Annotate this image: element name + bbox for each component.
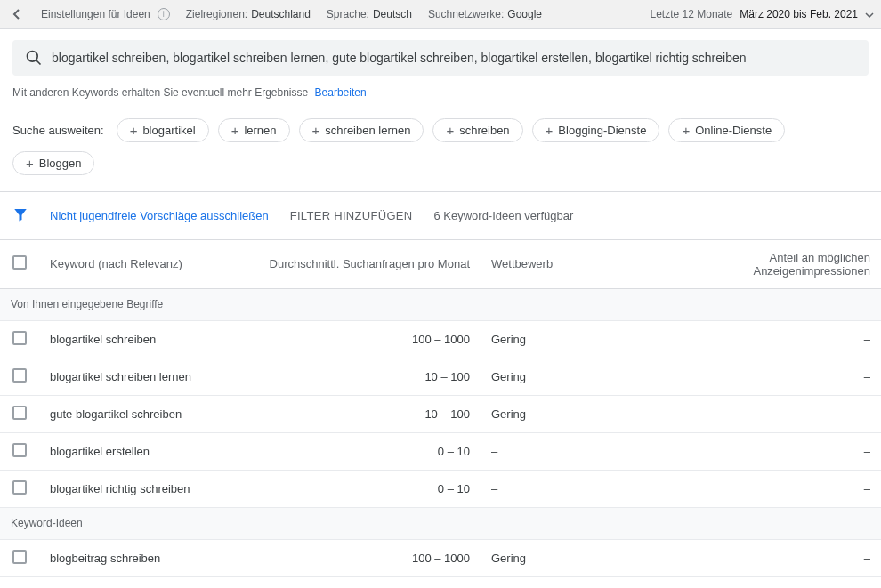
table-row[interactable]: blogartikel schreiben100 – 1000Gering– (0, 320, 881, 358)
chip-label: blogartikel (142, 124, 195, 137)
expand-chip[interactable]: +schreiben lernen (299, 118, 424, 142)
table-row[interactable]: blogartikel erstellen0 – 10–– (0, 432, 881, 470)
chip-label: Blogging-Dienste (558, 124, 646, 137)
cell-impressions: – (676, 320, 881, 358)
header-volume[interactable]: Durchschnittl. Suchanfragen pro Monat (253, 240, 481, 288)
select-all-checkbox[interactable] (12, 255, 27, 270)
table-header-row: Keyword (nach Relevanz) Durchschnittl. S… (0, 240, 881, 288)
region-selector[interactable]: Zielregionen: Deutschland (186, 8, 311, 20)
info-icon: i (158, 8, 170, 20)
expand-label: Suche ausweiten: (12, 124, 104, 137)
cell-volume: 100 – 1000 (253, 320, 481, 358)
search-query-text: blogartikel schreiben, blogartikel schre… (52, 51, 856, 65)
exclude-adult-toggle[interactable]: Nicht jugendfreie Vorschläge ausschließe… (50, 209, 269, 222)
chip-label: schreiben (459, 124, 509, 137)
cell-volume: 0 – 10 (253, 470, 481, 507)
table-row[interactable]: gute blogartikel schreiben10 – 100Gering… (0, 395, 881, 432)
cell-volume: 10 – 100 (253, 395, 481, 432)
cell-impressions: – (676, 395, 881, 432)
cell-volume: 10 – 100 (253, 358, 481, 395)
table-row[interactable]: blogartikel richtig schreiben0 – 10–– (0, 470, 881, 507)
row-checkbox[interactable] (12, 368, 27, 383)
plus-icon: + (130, 124, 138, 137)
network-selector[interactable]: Suchnetzwerke: Google (428, 8, 542, 20)
expand-chip[interactable]: +schreiben (432, 118, 522, 142)
settings-ideas[interactable]: Einstellungen für Ideen i (41, 8, 170, 20)
plus-icon: + (26, 157, 34, 170)
cell-competition: – (481, 470, 676, 507)
language-selector[interactable]: Sprache: Deutsch (327, 8, 412, 20)
plus-icon: + (546, 124, 554, 137)
cell-competition: – (481, 432, 676, 470)
chevron-down-icon (865, 8, 874, 20)
date-range-selector[interactable]: Letzte 12 Monate März 2020 bis Feb. 2021 (651, 8, 874, 20)
header-competition[interactable]: Wettbewerb (481, 240, 676, 288)
header-impressions[interactable]: Anteil an möglichen Anzeigenimpressionen (676, 240, 881, 288)
expand-chip[interactable]: +Bloggen (12, 151, 94, 175)
cell-keyword: gute blogartikel schreiben (39, 395, 253, 432)
expand-search-row: Suche ausweiten: +blogartikel+lernen+sch… (0, 109, 881, 192)
plus-icon: + (231, 124, 239, 137)
table-section-header: Keyword-Ideen (0, 507, 881, 539)
chip-label: Bloggen (39, 157, 82, 170)
cell-impressions: – (676, 358, 881, 395)
cell-competition: Gering (481, 358, 676, 395)
cell-competition: Gering (481, 320, 676, 358)
cell-impressions: – (676, 432, 881, 470)
cell-competition: Gering (481, 395, 676, 432)
add-filter-button[interactable]: FILTER HINZUFÜGEN (290, 209, 413, 222)
row-checkbox[interactable] (12, 480, 27, 495)
edit-link[interactable]: Bearbeiten (315, 86, 367, 99)
table-section-header: Von Ihnen eingegebene Begriffe (0, 288, 881, 320)
plus-icon: + (682, 124, 690, 137)
cell-keyword: blogartikel schreiben lernen (39, 358, 253, 395)
svg-line-1 (36, 60, 41, 65)
cell-volume: 100 – 1000 (253, 539, 481, 576)
table-row[interactable]: blogartikel schreiben lernen10 – 100Geri… (0, 358, 881, 395)
svg-point-0 (28, 52, 38, 62)
keywords-table: Keyword (nach Relevanz) Durchschnittl. S… (0, 240, 881, 577)
cell-volume: 0 – 10 (253, 432, 481, 470)
chip-label: schreiben lernen (325, 124, 410, 137)
row-checkbox[interactable] (12, 443, 27, 457)
search-input[interactable]: blogartikel schreiben, blogartikel schre… (12, 40, 869, 76)
cell-competition: Gering (481, 539, 676, 576)
cell-impressions: – (676, 539, 881, 576)
expand-chip[interactable]: +Online-Dienste (668, 118, 785, 142)
expand-chip[interactable]: +lernen (218, 118, 290, 142)
cell-keyword: blogartikel richtig schreiben (39, 470, 253, 507)
note-line: Mit anderen Keywords erhalten Sie eventu… (0, 83, 881, 109)
back-button[interactable] (7, 5, 25, 23)
row-checkbox[interactable] (12, 406, 27, 420)
row-checkbox[interactable] (12, 331, 27, 345)
table-row[interactable]: blogbeitrag schreiben100 – 1000Gering– (0, 539, 881, 576)
filter-icon[interactable] (12, 206, 28, 225)
plus-icon: + (446, 124, 454, 137)
chip-label: Online-Dienste (695, 124, 772, 137)
topbar: Einstellungen für Ideen i Zielregionen: … (0, 0, 881, 29)
row-checkbox[interactable] (12, 550, 27, 564)
header-keyword[interactable]: Keyword (nach Relevanz) (39, 240, 253, 288)
cell-keyword: blogartikel schreiben (39, 320, 253, 358)
cell-keyword: blogbeitrag schreiben (39, 539, 253, 576)
cell-keyword: blogartikel erstellen (39, 432, 253, 470)
expand-chip[interactable]: +Blogging-Dienste (532, 118, 660, 142)
expand-chip[interactable]: +blogartikel (117, 118, 209, 142)
chip-label: lernen (244, 124, 276, 137)
cell-impressions: – (676, 470, 881, 507)
search-icon (25, 49, 43, 67)
result-count: 6 Keyword-Ideen verfügbar (433, 209, 573, 222)
plus-icon: + (312, 124, 320, 137)
filter-row: Nicht jugendfreie Vorschläge ausschließe… (0, 192, 881, 240)
